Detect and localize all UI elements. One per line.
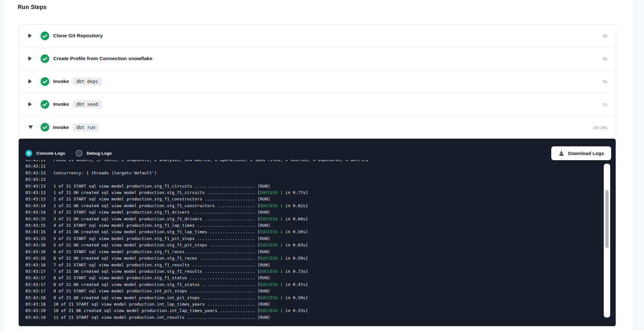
caret-right-icon[interactable] <box>28 102 32 106</box>
step-duration: 2m 26s <box>593 125 607 130</box>
log-line: 03:43:143 of 21 START sql view model pro… <box>25 209 598 216</box>
step-row[interactable]: Clone Git Repository0s <box>19 24 616 47</box>
log-line: 03:43:189 of 21 OK created sql view mode… <box>25 295 598 301</box>
right-gutter <box>633 0 644 331</box>
radio-label: Console Logs <box>36 151 65 156</box>
log-line: 03:43:13Concurrency: 1 threads (target='… <box>25 170 598 176</box>
success-check-icon <box>41 77 49 86</box>
step-duration: 0s <box>603 33 607 38</box>
success-check-icon <box>41 32 49 40</box>
radio-selected-icon[interactable] <box>25 150 32 157</box>
console-log-output[interactable]: 03:43:11Found 21 models, 17 tests, 0 sna… <box>25 160 598 325</box>
log-line: 03:43:178 of 21 START sql view model pro… <box>25 275 598 281</box>
caret-right-icon[interactable] <box>28 33 32 38</box>
log-panel-header: Console LogsDebug Logs Download Logs <box>25 146 611 160</box>
log-line: 03:43:178 of 21 OK created sql view mode… <box>25 281 598 288</box>
step-label: Create Profile from Connection snowflake <box>53 56 152 61</box>
log-line: 03:43:154 of 21 START sql view model pro… <box>25 222 598 229</box>
log-line: 03:43:154 of 21 OK created sql view mode… <box>25 229 598 235</box>
step-duration: 0s <box>603 56 607 61</box>
step-command-badge: dbt run <box>73 124 99 131</box>
log-line: 03:43:1810 of 21 START sql view model pr… <box>25 301 598 308</box>
caret-right-icon[interactable] <box>28 56 32 61</box>
log-line: 03:43:11 <box>25 163 598 170</box>
log-line: 03:43:166 of 21 START sql view model pro… <box>25 249 598 255</box>
download-logs-label: Download Logs <box>568 151 604 156</box>
log-line: 03:43:153 of 21 OK created sql view mode… <box>25 216 598 222</box>
step-duration: 0s <box>603 79 607 84</box>
radio-console-logs[interactable]: Console Logs <box>25 150 65 157</box>
radio-debug-logs[interactable]: Debug Logs <box>76 150 112 157</box>
steps-list: Clone Git Repository0sCreate Profile fro… <box>19 24 616 139</box>
run-steps-card: Clone Git Repository0sCreate Profile fro… <box>18 24 616 331</box>
log-line: 03:43:1910 of 21 OK created sql view mod… <box>25 308 598 314</box>
log-scrollbar-track[interactable] <box>604 164 610 317</box>
log-panel: Console LogsDebug Logs Download Logs 03:… <box>19 139 616 326</box>
log-line: 03:43:177 of 21 OK created sql view mode… <box>25 268 598 275</box>
success-check-icon <box>41 100 49 109</box>
left-gutter <box>0 0 3 331</box>
step-label: Invoke <box>53 124 69 130</box>
success-check-icon <box>41 123 49 132</box>
caret-down-icon[interactable] <box>28 125 32 129</box>
step-row[interactable]: Invokedbt deps0s <box>19 70 616 93</box>
step-label: Invoke <box>53 101 69 107</box>
step-row[interactable]: Invokedbt seed1s <box>19 93 616 116</box>
log-line: 03:43:179 of 21 START sql view model pro… <box>25 288 598 294</box>
run-steps-page: Run Steps Clone Git Repository0sCreate P… <box>0 0 644 331</box>
step-duration: 1s <box>603 102 607 107</box>
step-label: Invoke <box>53 78 69 84</box>
success-check-icon <box>41 54 49 63</box>
log-line: 03:43:142 of 21 OK created sql view mode… <box>25 203 598 209</box>
log-line: 03:43:166 of 21 OK created sql view mode… <box>25 255 598 262</box>
log-line: 03:43:13 <box>25 176 598 183</box>
card-footer-space <box>19 326 616 331</box>
step-command-badge: dbt seed <box>73 100 101 108</box>
log-scrollbar-thumb[interactable] <box>605 190 609 248</box>
download-icon <box>558 150 564 156</box>
log-line: 03:43:165 of 21 OK created sql view mode… <box>25 242 598 248</box>
log-line: 03:43:131 of 21 START sql view model pro… <box>25 183 598 189</box>
log-type-radio-group: Console LogsDebug Logs <box>25 150 122 157</box>
log-line: 03:43:132 of 21 START sql view model pro… <box>25 196 598 202</box>
step-label: Clone Git Repository <box>53 33 103 39</box>
radio-label: Debug Logs <box>87 151 112 156</box>
log-line: 03:43:131 of 21 OK created sql view mode… <box>25 189 598 196</box>
log-line: 03:43:11Found 21 models, 17 tests, 0 sna… <box>25 160 598 163</box>
log-line: 03:43:1911 of 21 START sql view model pr… <box>25 314 598 321</box>
log-line: 03:43:155 of 21 START sql view model pro… <box>25 235 598 242</box>
log-line: 03:43:167 of 21 START sql view model pro… <box>25 262 598 268</box>
page-title: Run Steps <box>18 4 47 11</box>
download-logs-button[interactable]: Download Logs <box>551 146 611 160</box>
step-row[interactable]: Create Profile from Connection snowflake… <box>19 47 616 70</box>
step-row[interactable]: Invokedbt run2m 26s <box>19 116 616 139</box>
radio-unselected-icon[interactable] <box>76 150 82 157</box>
step-command-badge: dbt deps <box>73 78 101 85</box>
caret-right-icon[interactable] <box>28 79 32 84</box>
